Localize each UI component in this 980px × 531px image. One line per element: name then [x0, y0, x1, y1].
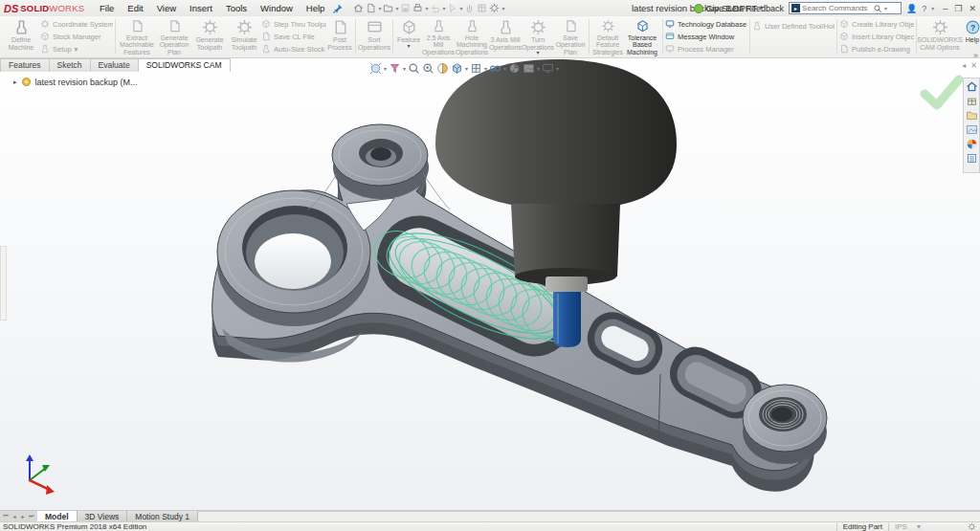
define-machine-button[interactable]: Define Machine [2, 17, 40, 55]
previous-view-icon[interactable] [422, 62, 434, 75]
zoom-to-area-icon[interactable] [408, 62, 420, 75]
undo-icon[interactable] [430, 3, 440, 13]
default-feature-strategies-button[interactable]: Default Feature Strategies [591, 17, 624, 55]
user-account-icon[interactable]: 👤​ [906, 4, 917, 13]
file-explorer-icon[interactable] [966, 109, 978, 122]
feature-tree-root[interactable]: ▸ latest revision backup (M... [13, 77, 138, 87]
panel-splitter-handle[interactable] [0, 246, 7, 321]
insert-library-object-button[interactable]: Insert Library Object [839, 31, 914, 42]
table-icon[interactable] [477, 3, 487, 13]
headsup-caret-icon[interactable]: ▾ [465, 65, 468, 72]
headsup-caret-icon[interactable]: ▾ [503, 65, 506, 72]
feature-caret-icon[interactable]: ▾ [407, 44, 410, 49]
tab-scroll-prev-icon[interactable]: ◂ [11, 513, 18, 520]
section-view-icon[interactable] [436, 62, 449, 75]
help-caret-icon[interactable]: ▾ [931, 5, 934, 11]
expand-arrow-icon[interactable]: ▸ [13, 78, 17, 86]
step-thru-toolpath-button[interactable]: Step Thru Toolpath [261, 18, 326, 30]
graphics-area[interactable]: ▾ ▾ ▾ ▾ ▾ ▾ ▾ ▸ latest revision backup (… [0, 58, 980, 510]
help-menu[interactable]: ? [922, 4, 926, 13]
display-style-icon[interactable] [470, 62, 482, 75]
open-icon[interactable] [383, 3, 393, 13]
save-operation-plan-button[interactable]: Save Operation Plan [554, 17, 587, 55]
task-pane-collapse-icon[interactable]: ◂ [962, 61, 966, 70]
extract-machinable-features-button[interactable]: Extract Machinable Features [118, 17, 156, 55]
coordinate-system-button[interactable]: Coordinate System [40, 18, 113, 30]
process-manager-button[interactable]: Process Manager [665, 43, 747, 55]
tab-motion-study-1[interactable]: Motion Study 1 [127, 511, 198, 521]
menu-edit[interactable]: Edit [122, 2, 148, 14]
design-library-icon[interactable] [966, 95, 978, 107]
tab-sketch[interactable]: Sketch [49, 58, 91, 72]
unit-system-dropdown[interactable]: IPS▾ [895, 522, 962, 531]
search-commands-box[interactable]: ▸ ▾ [789, 2, 902, 14]
search-input[interactable] [802, 4, 871, 12]
zoom-to-fit-icon[interactable] [369, 62, 382, 75]
print-icon[interactable] [412, 3, 423, 13]
menu-view[interactable]: View [151, 2, 182, 14]
home-icon[interactable] [353, 3, 364, 13]
select-caret-icon[interactable]: ▾ [459, 5, 462, 11]
view-settings-icon[interactable] [542, 62, 554, 75]
save-icon[interactable] [400, 3, 411, 13]
hole-machining-button[interactable]: Hole Machining Operations [455, 17, 489, 55]
help-button[interactable]: ?Help [961, 17, 980, 55]
user-defined-tool-holder-button[interactable]: User Defined Tool/Holder [752, 20, 835, 32]
appearances-icon[interactable] [966, 138, 978, 150]
three-axis-mill-button[interactable]: 3 Axis Mill Operations [489, 17, 522, 55]
turn-caret-icon[interactable]: ▾ [536, 51, 539, 55]
tab-solidworks-cam[interactable]: SOLIDWORKS CAM [138, 58, 231, 72]
generate-toolpath-button[interactable]: Generate Toolpath [192, 17, 227, 55]
setup-button[interactable]: Setup▾ [40, 43, 113, 55]
search-icon[interactable] [873, 4, 882, 13]
headsup-caret-icon[interactable]: ▾ [484, 65, 487, 72]
save-cl-file-button[interactable]: Save CL File [261, 31, 326, 42]
ribbon-overflow-chevron[interactable]: » [973, 51, 978, 58]
menu-insert[interactable]: Insert [184, 2, 218, 14]
view-orientation-icon[interactable] [451, 62, 463, 75]
close-button[interactable]: ✕ [969, 4, 976, 13]
apply-scene-icon[interactable] [523, 62, 535, 75]
view-palette-icon[interactable] [966, 123, 978, 136]
tab-features[interactable]: Features [0, 58, 50, 72]
search-caret-icon[interactable]: ▾ [884, 5, 887, 11]
tab-scroll-next-icon[interactable]: ▸ [19, 513, 27, 520]
custom-properties-icon[interactable] [966, 152, 978, 165]
simulate-toolpath-button[interactable]: Simulate Toolpath [227, 17, 261, 55]
menu-tools[interactable]: Tools [220, 2, 253, 14]
home-tab-icon[interactable] [966, 80, 978, 93]
post-process-button[interactable]: Post Process [326, 17, 353, 55]
publish-edrawing-button[interactable]: Publish e-Drawing [839, 43, 914, 55]
headsup-caret-icon[interactable]: ▾ [403, 65, 406, 72]
turn-operations-button[interactable]: Turn Operations▾ [522, 17, 554, 55]
tolerance-based-machining-button[interactable]: Tolerance Based Machining [624, 17, 660, 55]
auto-size-stock-button[interactable]: Auto-Size Stock [261, 43, 326, 55]
task-pane-close-icon[interactable]: ✕ [970, 61, 977, 70]
tab-scroll-last-icon[interactable]: ⏭ [28, 513, 35, 520]
restore-button[interactable]: ❐ [954, 4, 962, 13]
options-gear-icon[interactable] [489, 3, 500, 13]
select-icon[interactable] [447, 3, 457, 13]
headsup-caret-icon[interactable]: ▾ [384, 65, 387, 72]
options-caret-icon[interactable]: ▾ [501, 5, 504, 11]
beta-feedback-button[interactable]: Give Beta Feedback [694, 4, 785, 13]
generate-operation-plan-button[interactable]: Generate Operation Plan [156, 17, 192, 55]
pin-menu-icon[interactable] [332, 3, 344, 14]
tab-model[interactable]: Model [37, 511, 78, 521]
new-document-icon[interactable] [366, 3, 376, 13]
menu-help[interactable]: Help [301, 2, 331, 14]
solidworks-cam-options-button[interactable]: SOLIDWORKS CAM Options [919, 17, 961, 55]
undo-caret-icon[interactable]: ▾ [442, 5, 445, 11]
feature-button[interactable]: Feature▾ [395, 17, 422, 55]
new-caret-icon[interactable]: ▾ [378, 5, 381, 11]
headsup-caret-icon[interactable]: ▾ [556, 65, 559, 72]
print-caret-icon[interactable]: ▾ [425, 5, 428, 11]
menu-file[interactable]: File [94, 2, 120, 14]
sort-operations-button[interactable]: Sort Operations [358, 17, 390, 55]
search-scope-icon[interactable]: ▸ [791, 4, 800, 12]
tab-evaluate[interactable]: Evaluate [90, 58, 139, 72]
headsup-caret-icon[interactable]: ▾ [537, 65, 540, 72]
two-five-axis-mill-button[interactable]: 2.5 Axis Mill Operations [422, 17, 455, 55]
edit-appearance-icon[interactable] [508, 62, 521, 75]
minimize-button[interactable]: – [943, 4, 947, 13]
